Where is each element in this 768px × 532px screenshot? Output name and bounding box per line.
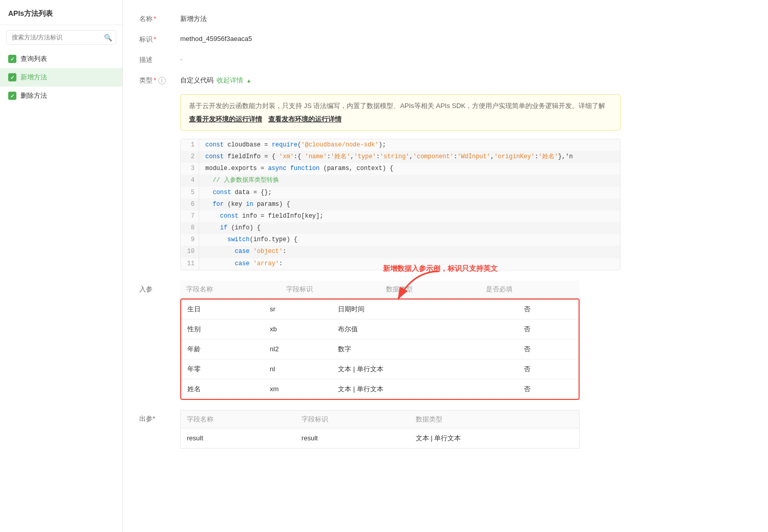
checkbox-delete-icon xyxy=(8,92,16,100)
sidebar-item-delete[interactable]: 删除方法 xyxy=(0,87,122,105)
name-value: 新增方法 xyxy=(180,12,752,24)
table-row: 生日 sr 日期时间 否 xyxy=(181,300,579,320)
desc-value: - xyxy=(180,53,752,63)
sidebar-item-query[interactable]: 查询列表 xyxy=(0,50,122,68)
type-detail-link[interactable]: 收起详情 xyxy=(217,76,243,85)
code-line: 5 const data = {}; xyxy=(181,187,620,199)
table-row: 年零 nl 文本 | 单行文本 否 xyxy=(181,359,579,379)
code-line: 10 case 'object': xyxy=(181,246,620,258)
input-row-required: 否 xyxy=(518,319,579,339)
sidebar-item-label-query: 查询列表 xyxy=(20,54,47,63)
input-row-type: 文本 | 单行文本 xyxy=(332,359,518,379)
input-section-label: 入参 xyxy=(139,281,180,294)
code-line: 9 switch(info.type) { xyxy=(181,234,620,246)
output-row-type: 文本 | 单行文本 xyxy=(410,428,580,448)
output-section-row: 出参* 字段名称 字段标识 数据类型 result result 文本 | 单行… xyxy=(139,410,752,449)
search-box[interactable]: 🔍 xyxy=(6,30,116,45)
checkbox-query-icon xyxy=(8,55,16,63)
desc-label: 描述 xyxy=(139,53,180,65)
input-row-type: 日期时间 xyxy=(332,300,518,320)
dev-env-link[interactable]: 查看开发环境的运行详情 xyxy=(189,115,262,124)
input-row-id: xb xyxy=(264,319,332,339)
output-section-label: 出参* xyxy=(139,410,180,423)
output-table-container: 字段名称 字段标识 数据类型 result result 文本 | 单行文本 xyxy=(180,410,580,449)
input-col-name: 字段名称 xyxy=(180,281,280,299)
annotation-text: 新增数据入参示例，标识只支持英文 xyxy=(383,264,498,273)
sidebar-item-label-add: 新增方法 xyxy=(20,73,47,82)
input-row-type: 数字 xyxy=(332,339,518,359)
input-row-type: 文本 | 单行文本 xyxy=(332,379,518,399)
type-value-row: 自定义代码 收起详情 ▲ xyxy=(180,74,752,85)
input-table-highlighted: 生日 sr 日期时间 否 性别 xb 布尔值 否 年龄 nl2 数字 否 年零 … xyxy=(180,299,580,400)
input-col-id: 字段标识 xyxy=(280,281,380,299)
type-arrow-icon: ▲ xyxy=(246,78,251,83)
input-data-table: 生日 sr 日期时间 否 性别 xb 布尔值 否 年龄 nl2 数字 否 年零 … xyxy=(181,300,579,399)
input-row-id: nl xyxy=(264,359,332,379)
code-line: 8 if (info) { xyxy=(181,222,620,234)
input-row-name: 姓名 xyxy=(181,379,264,399)
sidebar-item-label-delete: 删除方法 xyxy=(20,91,47,100)
code-line: 3module.exports = async function (params… xyxy=(181,163,620,175)
name-label: 名称* xyxy=(139,12,180,24)
output-col-type: 数据类型 xyxy=(410,410,580,428)
id-label: 标识* xyxy=(139,33,180,44)
output-row-name: result xyxy=(181,428,295,448)
code-line: 7 const info = fieldInfo[key]; xyxy=(181,210,620,222)
code-line: 4 // 入参数据库类型转换 xyxy=(181,175,620,186)
sidebar-title: APIs方法列表 xyxy=(0,0,122,25)
input-row-type: 布尔值 xyxy=(332,319,518,339)
input-row-id: sr xyxy=(264,300,332,320)
desc-field-row: 描述 - xyxy=(139,53,752,65)
checkbox-add-icon xyxy=(8,73,16,81)
sidebar-item-add[interactable]: 新增方法 xyxy=(0,68,122,87)
id-value: method_45956f3aeaca5 xyxy=(180,33,752,42)
output-table: 字段名称 字段标识 数据类型 result result 文本 | 单行文本 xyxy=(180,410,580,449)
output-row-id: result xyxy=(295,428,410,448)
type-label: 类型* i xyxy=(139,74,180,85)
info-box: 基于云开发的云函数能力封装，只支持 JS 语法编写，内置了数据模型、APIs等相… xyxy=(180,94,621,131)
input-section-row: 入参 新增数据入参示例，标识只支持英文 xyxy=(139,281,752,400)
input-row-name: 年龄 xyxy=(181,339,264,359)
table-row: result result 文本 | 单行文本 xyxy=(181,428,580,448)
code-line: 2const fieldInfo = { 'xm':{ 'name':'姓名',… xyxy=(181,151,620,163)
code-line: 1const cloudbase = require('@cloudbase/n… xyxy=(181,139,620,151)
input-row-required: 否 xyxy=(518,300,579,320)
type-info-icon[interactable]: i xyxy=(158,77,166,84)
info-links: 查看开发环境的运行详情 查看发布环境的运行详情 xyxy=(189,115,612,124)
input-row-name: 性别 xyxy=(181,319,264,339)
input-row-name: 年零 xyxy=(181,359,264,379)
prod-env-link[interactable]: 查看发布环境的运行详情 xyxy=(268,115,342,124)
input-row-name: 生日 xyxy=(181,300,264,320)
type-field-row: 类型* i 自定义代码 收起详情 ▲ xyxy=(139,74,752,85)
input-col-required: 是否必填 xyxy=(480,281,580,299)
input-table-container: 新增数据入参示例，标识只支持英文 字段名称 字段标识 xyxy=(180,281,580,400)
search-input[interactable] xyxy=(6,30,116,45)
input-col-type: 数据类型 xyxy=(380,281,480,299)
input-row-required: 否 xyxy=(518,339,579,359)
input-row-required: 否 xyxy=(518,359,579,379)
table-row: 性别 xb 布尔值 否 xyxy=(181,319,579,339)
input-row-id: xm xyxy=(264,379,332,399)
info-text: 基于云开发的云函数能力封装，只支持 JS 语法编写，内置了数据模型、APIs等相… xyxy=(189,101,612,112)
input-table-header: 字段名称 字段标识 数据类型 是否必填 xyxy=(180,281,580,299)
sidebar: APIs方法列表 🔍 查询列表 新增方法 删除方法 xyxy=(0,0,123,532)
input-row-id: nl2 xyxy=(264,339,332,359)
main-content: 名称* 新增方法 标识* method_45956f3aeaca5 描述 - 类… xyxy=(123,0,768,532)
type-value: 自定义代码 xyxy=(180,76,214,85)
output-col-name: 字段名称 xyxy=(181,410,295,428)
output-col-id: 字段标识 xyxy=(295,410,410,428)
code-block: 1const cloudbase = require('@cloudbase/n… xyxy=(180,139,621,270)
code-line: 6 for (key in params) { xyxy=(181,199,620,210)
input-table-wrapper: 新增数据入参示例，标识只支持英文 字段名称 字段标识 xyxy=(180,281,580,400)
search-icon: 🔍 xyxy=(104,34,112,41)
id-field-row: 标识* method_45956f3aeaca5 xyxy=(139,33,752,44)
table-row: 年龄 nl2 数字 否 xyxy=(181,339,579,359)
input-row-required: 否 xyxy=(518,379,579,399)
table-row: 姓名 xm 文本 | 单行文本 否 xyxy=(181,379,579,399)
name-field-row: 名称* 新增方法 xyxy=(139,12,752,24)
